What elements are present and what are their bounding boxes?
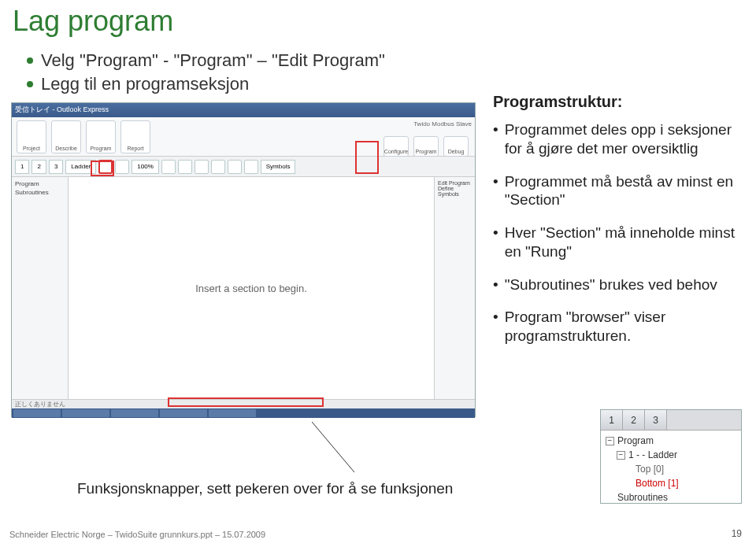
taskbar-item[interactable] xyxy=(160,409,207,417)
editor-body: Program Subroutines Insert a section to … xyxy=(12,177,475,399)
toolbar-button[interactable] xyxy=(115,160,129,174)
app-screenshot: 受信トレイ - Outlook Express Project Describe… xyxy=(11,102,476,417)
right-bullet: •Hver "Section" må inneholde minst en "R… xyxy=(493,224,745,261)
tree-label: Bottom [1] xyxy=(636,478,679,489)
main-bullets: Velg "Program" - "Program" – "Edit Progr… xyxy=(0,38,756,95)
describe-icon[interactable]: Describe xyxy=(51,120,81,153)
bullet-text: Legg til en programseksjon xyxy=(41,72,249,96)
tree-label: Subroutines xyxy=(617,492,668,503)
right-text: Hver "Section" må inneholde minst en "Ru… xyxy=(505,224,745,261)
taskbar-item[interactable] xyxy=(209,409,256,417)
tree-root[interactable]: − Program xyxy=(606,434,736,448)
tree-label: Top [0] xyxy=(636,464,664,475)
os-taskbar xyxy=(12,408,475,418)
tree-child[interactable]: Bottom [1] xyxy=(606,476,736,490)
right-item-symbols[interactable]: Define Symbols xyxy=(438,186,472,197)
bullet-text: Velg "Program" - "Program" – "Edit Progr… xyxy=(41,49,385,72)
callout-label: Funksjonsknapper, sett pekeren over for … xyxy=(77,480,453,497)
tree-subroutines[interactable]: Subroutines xyxy=(606,490,736,504)
tree-node[interactable]: − 1 - - Ladder xyxy=(606,448,736,462)
bullet-dot-icon xyxy=(27,81,33,87)
toolbar-button[interactable] xyxy=(244,160,258,174)
toolbar-button[interactable] xyxy=(195,160,209,174)
highlight-box-icon xyxy=(168,397,324,407)
tree-tab-1[interactable]: 1 xyxy=(601,410,623,430)
right-text: Program "browser" viser programstrukture… xyxy=(505,308,745,346)
taskbar-item[interactable] xyxy=(13,409,61,417)
left-item-subroutines[interactable]: Subroutines xyxy=(15,189,65,196)
collapse-icon[interactable]: − xyxy=(617,451,625,460)
right-text: Programmet må bestå av minst en "Section… xyxy=(505,172,745,210)
insert-section-hint: Insert a section to begin. xyxy=(195,283,307,294)
right-heading: Programstruktur: xyxy=(493,93,745,111)
symbols-button[interactable]: Symbols xyxy=(261,160,296,174)
tree-child[interactable]: Top [0] xyxy=(606,462,736,476)
top-nav-icons: Project Describe Program Report Twido Mo… xyxy=(12,117,475,157)
collapse-icon[interactable]: − xyxy=(606,437,614,445)
program-tree-panel: 1 2 3 − Program − 1 - - Ladder Top [0] B… xyxy=(600,409,742,504)
toolbar-button[interactable] xyxy=(161,160,176,174)
editor-canvas[interactable]: Insert a section to begin. xyxy=(69,177,434,399)
right-bullet: •"Subroutines" brukes ved behov xyxy=(493,275,745,294)
right-column: Programstruktur: •Programmet deles opp i… xyxy=(493,93,745,360)
tab-1[interactable]: 1 xyxy=(15,160,29,174)
taskbar-item[interactable] xyxy=(111,409,158,417)
right-bullet: •Program "browser" viser programstruktur… xyxy=(493,308,745,346)
configure-icon[interactable]: Configure xyxy=(384,136,409,157)
tree-tabs: 1 2 3 xyxy=(601,410,741,431)
right-text: "Subroutines" brukes ved behov xyxy=(505,275,717,294)
highlight-box-icon xyxy=(91,161,114,176)
tree-tab-3[interactable]: 3 xyxy=(645,410,667,430)
program-icon[interactable]: Program xyxy=(86,120,116,153)
toolbar-button[interactable] xyxy=(178,160,192,174)
right-bullet: •Programmet deles opp i seksjoner for å … xyxy=(493,120,745,158)
footer-text: Schneider Electric Norge – TwidoSuite gr… xyxy=(9,530,265,539)
toolbar-button[interactable] xyxy=(228,160,242,174)
top-right-label: Twido Modbus Slave xyxy=(413,120,472,128)
tree-label: 1 - - Ladder xyxy=(628,449,677,460)
program-tab-icon[interactable]: Program xyxy=(413,136,439,157)
left-item-program[interactable]: Program xyxy=(15,180,65,187)
debug-icon[interactable]: Debug xyxy=(443,136,469,157)
taskbar-item[interactable] xyxy=(62,409,109,417)
right-bullet: •Programmet må bestå av minst en "Sectio… xyxy=(493,172,745,210)
bullet-item: Velg "Program" - "Program" – "Edit Progr… xyxy=(27,49,756,72)
report-icon[interactable]: Report xyxy=(120,120,150,153)
page-number: 19 xyxy=(732,528,742,539)
tab-3[interactable]: 3 xyxy=(49,160,63,174)
tree-body: − Program − 1 - - Ladder Top [0] Bottom … xyxy=(601,431,741,508)
callout-arrow-icon xyxy=(312,422,354,472)
page-title: Lag program xyxy=(0,0,756,38)
left-browser: Program Subroutines xyxy=(12,177,69,399)
project-icon[interactable]: Project xyxy=(17,120,46,153)
bullet-item: Legg til en programseksjon xyxy=(27,72,756,96)
right-item-edit[interactable]: Edit Program xyxy=(438,180,472,186)
svg-line-0 xyxy=(312,422,354,472)
tree-label: Program xyxy=(617,435,654,446)
tab-2[interactable]: 2 xyxy=(32,160,46,174)
toolbar-button[interactable] xyxy=(211,160,225,174)
tree-tab-2[interactable]: 2 xyxy=(623,410,645,430)
right-panel: Edit Program Define Symbols xyxy=(434,177,475,399)
zoom-select[interactable]: 100% xyxy=(132,160,158,174)
toolbar: 1 2 3 Ladder 100% Symbols xyxy=(12,157,475,177)
highlight-box-icon xyxy=(355,141,379,174)
right-text: Programmet deles opp i seksjoner for å g… xyxy=(505,120,745,158)
window-titlebar: 受信トレイ - Outlook Express xyxy=(12,103,475,117)
bullet-dot-icon xyxy=(27,57,33,64)
